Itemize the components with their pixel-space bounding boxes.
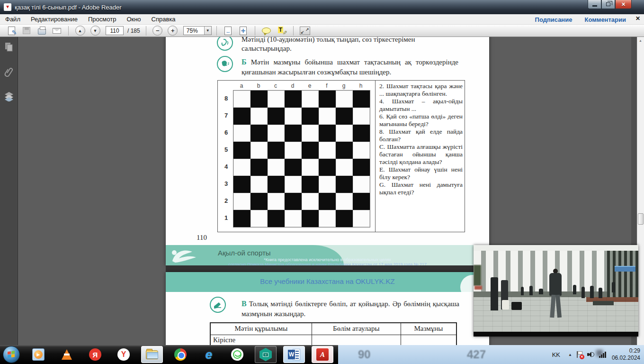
board-cell-d6	[285, 125, 302, 142]
menu-item[interactable]: Просмотр	[83, 14, 121, 25]
video-person	[612, 282, 615, 292]
action-center-flag-icon[interactable]: ✕	[576, 351, 583, 358]
board-cell-f7	[319, 108, 336, 125]
zoom-out-button[interactable]: −	[151, 26, 164, 36]
print-button[interactable]	[35, 26, 48, 36]
attachments-paperclip-icon[interactable]	[4, 66, 14, 77]
menu-action[interactable]: Подписание	[535, 16, 572, 23]
add-comment-button[interactable]	[260, 26, 273, 36]
board-cell-h6	[353, 125, 370, 142]
board-cell-c6	[268, 125, 285, 142]
table-header-cell: Бөлім атаулары	[312, 323, 401, 335]
board-cell-d7	[285, 108, 302, 125]
rank-label: 2	[224, 192, 228, 209]
zoom-in-button[interactable]: +	[166, 26, 179, 36]
board-cell-c1	[268, 210, 285, 227]
network-signal-icon[interactable]	[599, 351, 608, 358]
chevron-down-icon[interactable]: ▼	[204, 27, 211, 35]
fullscreen-button[interactable]: ↙↗	[298, 26, 312, 36]
taskbar-security-app-button[interactable]: o	[255, 346, 277, 363]
menu-item[interactable]: Файл	[0, 14, 26, 25]
crossword-question: Е. Шахмат ойнау үшін нені білу керек?	[379, 166, 463, 181]
clock[interactable]: 0:29 06.02.2024	[612, 347, 642, 362]
board-cell-e1	[302, 210, 319, 227]
sign-document-button[interactable]: ✎	[5, 26, 18, 36]
arrow-down-icon: ▼	[90, 26, 100, 36]
board-cell-c7	[268, 108, 285, 125]
fit-page-button[interactable]: ✛	[237, 26, 250, 36]
close-button[interactable]: ✕	[615, 0, 632, 9]
copyright-watermark-line2: согласно Приказа Министра образования и …	[166, 262, 489, 265]
word-icon: W	[288, 348, 300, 361]
taskbar-wmp-button[interactable]: ▶	[27, 346, 49, 363]
rank-label: 6	[224, 124, 228, 141]
table-header-cell: Мәтін құрылымы	[210, 323, 312, 335]
board-cell-g6	[336, 125, 353, 142]
taskbar-ie-button[interactable]: e	[198, 346, 220, 363]
previous-page-button[interactable]: ▲	[73, 26, 87, 36]
file-label: a	[233, 82, 250, 89]
panel-close-icon[interactable]: ✕	[635, 15, 640, 22]
page-thumbnails-icon[interactable]	[4, 42, 14, 52]
video-bench	[593, 301, 614, 305]
next-page-button[interactable]: ▼	[89, 26, 102, 36]
video-kiosk	[474, 286, 482, 290]
page-number-input[interactable]: 110	[106, 26, 124, 35]
scrollbar-thumb[interactable]	[638, 213, 644, 225]
menu-item[interactable]: Справка	[146, 14, 181, 25]
taskbar-explorer-button[interactable]	[141, 346, 163, 363]
minimize-button[interactable]	[588, 0, 601, 9]
show-hidden-icons-caret[interactable]: ▲	[568, 353, 572, 357]
menu-item[interactable]: Окно	[121, 14, 146, 25]
chessboard-grid	[233, 90, 370, 228]
menu-action[interactable]: Комментарии	[584, 16, 626, 23]
rank-label: 7	[224, 107, 228, 124]
zoom-level-select[interactable]: 75% ▼	[183, 26, 212, 35]
board-cell-g5	[336, 142, 353, 159]
text-structure-table: Мәтін құрылымыБөлім атауларыМазмұны Кірі…	[210, 322, 457, 345]
restore-button[interactable]	[601, 0, 615, 9]
email-button[interactable]	[50, 26, 63, 36]
board-cell-b8	[250, 91, 268, 108]
crossword-question: 4. Шахмат – ақыл-ойды дамытатын ...	[379, 98, 463, 113]
comment-bubble-icon	[262, 27, 271, 34]
board-cell-b1	[250, 210, 268, 227]
taskbar-chrome-button[interactable]	[170, 346, 191, 363]
board-cell-a8	[233, 91, 250, 108]
language-indicator[interactable]: KK	[552, 351, 564, 358]
yandex-browser-icon: Y	[117, 348, 130, 361]
board-cell-f3	[319, 176, 336, 193]
folder-icon	[146, 350, 158, 359]
start-button[interactable]	[3, 346, 20, 363]
navigation-pane	[0, 37, 18, 345]
taskbar-yandex-browser-button[interactable]: Y	[113, 346, 134, 363]
taskbar-yandex-button[interactable]: Я	[84, 346, 106, 363]
toolbar-separator	[68, 26, 69, 36]
save-button[interactable]	[20, 26, 33, 36]
menu-item[interactable]: Редактирование	[26, 14, 83, 25]
taskbar-adobe-button[interactable]: A	[312, 346, 333, 363]
task-a-line2: салыстырыңдар.	[242, 44, 457, 53]
table-cell: Кіріспе	[210, 335, 312, 345]
board-cell-g3	[336, 176, 353, 193]
minimize-icon	[592, 5, 597, 7]
scroll-up-arrow-icon[interactable]: ▲	[639, 39, 642, 42]
fit-width-icon: ↔	[224, 27, 232, 35]
crossword-question: G. Шахмат нені дамытуға ықпал етеді?	[379, 181, 463, 196]
board-cell-h2	[353, 193, 370, 210]
taskbar-word-button[interactable]: W	[283, 346, 305, 363]
rank-label: 5	[224, 141, 228, 158]
task-v-text: В Толық мәтінді бөліктерге бөліп, ат қой…	[242, 299, 459, 319]
board-cell-c3	[268, 176, 285, 193]
taskbar-vlc-button[interactable]	[56, 346, 78, 363]
fit-width-button[interactable]: ↔	[222, 26, 235, 36]
rank-label: 1	[224, 209, 228, 227]
layers-icon[interactable]	[4, 91, 14, 101]
board-cell-e6	[302, 125, 319, 142]
video-overlay[interactable]	[474, 245, 638, 337]
board-cell-e8	[302, 91, 319, 108]
taskbar-whatsapp-button[interactable]	[226, 346, 248, 363]
highlight-text-button[interactable]: T✎	[275, 26, 288, 36]
volume-icon[interactable]	[587, 351, 595, 358]
board-cell-c5	[268, 142, 285, 159]
